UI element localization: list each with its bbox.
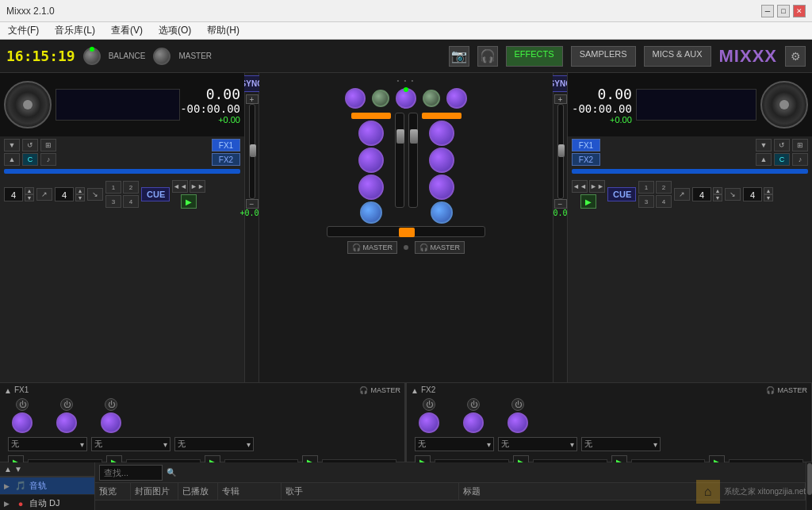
mixer-left-high-knob[interactable] — [358, 121, 384, 146]
fx1-power-1[interactable]: ⏻ — [16, 398, 29, 411]
deck-left-minus[interactable]: − — [246, 199, 259, 209]
deck-left-spin1-down[interactable]: ▼ — [25, 194, 34, 201]
deck-left-c-btn[interactable]: C — [22, 153, 38, 166]
fx2-main-knob-2[interactable] — [463, 412, 484, 433]
headphone-master-left[interactable]: 🎧 MASTER — [347, 241, 397, 254]
fx1-main-knob-1[interactable] — [12, 412, 33, 433]
mixer-right-mid-knob[interactable] — [429, 148, 454, 173]
mixer-right-vol-knob[interactable] — [431, 201, 453, 224]
fx2-main-knob-3[interactable] — [508, 412, 528, 433]
deck-left-loop-out[interactable]: ↘ — [87, 188, 103, 201]
mixer-knob-2[interactable] — [396, 88, 416, 109]
menu-help[interactable]: 帮助(H) — [202, 22, 244, 39]
fx1-dropdown-2[interactable]: 无 ▾ — [91, 437, 170, 451]
fx2-dropdown-3[interactable]: 无 ▾ — [581, 437, 661, 451]
library-search-input[interactable] — [99, 465, 163, 481]
deck-right-spin1-down[interactable]: ▼ — [764, 194, 773, 201]
deck-left-plus[interactable]: + — [246, 94, 259, 104]
menu-library[interactable]: 音乐库(L) — [50, 22, 100, 39]
deck-left-bars[interactable]: ⊞ — [40, 139, 56, 151]
deck-right-pitch-track[interactable] — [557, 104, 564, 199]
balance-knob[interactable] — [83, 48, 101, 65]
mics-aux-button[interactable]: MICS & AUX — [644, 46, 711, 67]
headphone-button[interactable]: 🎧 — [477, 46, 498, 67]
library-search-button[interactable]: 🔍 — [167, 468, 176, 477]
deck-left-pitch-track[interactable] — [249, 104, 255, 199]
screenshot-button[interactable]: 📷 — [449, 46, 469, 67]
close-button[interactable]: ✕ — [793, 5, 806, 17]
mixer-right-high-knob[interactable] — [429, 121, 454, 146]
deck-right-up-arrow[interactable]: ▲ — [756, 153, 772, 166]
lib-nav-up-icon[interactable]: ▲ — [4, 465, 12, 474]
settings-button[interactable]: ⚙ — [785, 46, 806, 67]
deck-right-next[interactable]: ►► — [589, 180, 605, 193]
deck-left-cue-button[interactable]: CUE — [141, 187, 170, 201]
deck-right-btn4[interactable]: 4 — [656, 195, 672, 208]
deck-right-prev[interactable]: ◄◄ — [572, 180, 588, 193]
deck-right-c-btn[interactable]: C — [774, 153, 790, 166]
deck-right-spin2-down[interactable]: ▼ — [713, 194, 722, 201]
deck-left-fx2[interactable]: FX2 — [212, 153, 240, 166]
library-scrollbar[interactable] — [806, 462, 812, 510]
deck-left-spin1-up[interactable]: ▲ — [25, 187, 34, 194]
mixer-knob-3[interactable] — [446, 88, 467, 109]
deck-right-loop-in[interactable]: ↗ — [674, 188, 690, 201]
deck-right-plus[interactable]: + — [554, 94, 567, 104]
fx2-expand-icon[interactable]: ▲ — [411, 386, 419, 394]
deck-right-btn2[interactable]: 2 — [656, 181, 672, 194]
deck-left-btn2[interactable]: 2 — [123, 181, 139, 194]
deck-right-minus[interactable]: − — [554, 199, 567, 209]
mixer-left-vol-knob[interactable] — [360, 201, 382, 224]
deck-right-fx1[interactable]: FX1 — [572, 139, 600, 151]
deck-left-repeat[interactable]: ↺ — [22, 139, 38, 151]
deck-right-bars[interactable]: ⊞ — [792, 139, 808, 151]
deck-right-spin1-up[interactable]: ▲ — [764, 187, 773, 194]
deck-left-btn1[interactable]: 1 — [105, 181, 121, 194]
fx1-expand-icon[interactable]: ▲ — [4, 386, 12, 394]
deck-left-vinyl[interactable] — [4, 81, 52, 128]
mixer-right-low-knob[interactable] — [429, 174, 454, 200]
mixer-headphone-2[interactable] — [423, 90, 440, 107]
deck-left-loop-in[interactable]: ↗ — [36, 188, 52, 201]
fx2-power-2[interactable]: ⏻ — [467, 398, 480, 411]
fx2-power-1[interactable]: ⏻ — [423, 398, 435, 411]
deck-right-btn1[interactable]: 1 — [638, 181, 654, 194]
mixer-left-fader-track[interactable] — [395, 113, 404, 208]
menu-options[interactable]: 选项(O) — [154, 22, 196, 39]
deck-right-down-arrow[interactable]: ▼ — [756, 139, 772, 151]
deck-right-vinyl[interactable] — [760, 81, 808, 128]
mixer-left-low-knob[interactable] — [358, 174, 384, 200]
deck-left-btn3[interactable]: 3 — [105, 195, 121, 208]
menu-view[interactable]: 查看(V) — [106, 22, 147, 39]
deck-right-cue-button[interactable]: CUE — [607, 187, 636, 201]
mixer-headphone-1[interactable] — [372, 90, 389, 107]
deck-left-next[interactable]: ►► — [190, 180, 205, 193]
menu-file[interactable]: 文件(F) — [3, 22, 44, 39]
fx2-dropdown-1[interactable]: 无 ▾ — [415, 437, 494, 451]
deck-left-note[interactable]: ♪ — [40, 153, 56, 166]
deck-left-down-arrow[interactable]: ▼ — [4, 139, 20, 151]
deck-right-note[interactable]: ♪ — [792, 153, 808, 166]
fx2-power-3[interactable]: ⏻ — [511, 398, 524, 411]
minimize-button[interactable]: ─ — [761, 5, 774, 17]
crossfader-track[interactable] — [327, 226, 485, 237]
deck-right-repeat[interactable]: ↺ — [774, 139, 790, 151]
fx1-main-knob-2[interactable] — [56, 412, 77, 433]
fx1-power-2[interactable]: ⏻ — [60, 398, 73, 411]
maximize-button[interactable]: □ — [777, 5, 790, 17]
library-scroll-thumb[interactable] — [807, 463, 812, 495]
mixer-knob-1[interactable] — [345, 88, 366, 109]
deck-left-btn4[interactable]: 4 — [123, 195, 139, 208]
deck-right-btn3[interactable]: 3 — [638, 195, 654, 208]
samplers-button[interactable]: SAMPLERS — [571, 46, 636, 67]
fx1-dropdown-1[interactable]: 无 ▾ — [8, 437, 87, 451]
deck-right-spin2-up[interactable]: ▲ — [713, 187, 722, 194]
sidebar-item-auto-dj[interactable]: ▶ ● 自动 DJ — [0, 495, 94, 510]
fx1-main-knob-3[interactable] — [101, 412, 121, 433]
mixer-right-fader-track[interactable] — [408, 113, 418, 208]
effects-button[interactable]: EFFECTS — [506, 46, 563, 67]
headphone-master-right[interactable]: 🎧 MASTER — [415, 241, 465, 254]
deck-left-spin2-up[interactable]: ▲ — [75, 187, 85, 194]
deck-right-fx2[interactable]: FX2 — [572, 153, 600, 166]
fx2-main-knob-1[interactable] — [419, 412, 439, 433]
